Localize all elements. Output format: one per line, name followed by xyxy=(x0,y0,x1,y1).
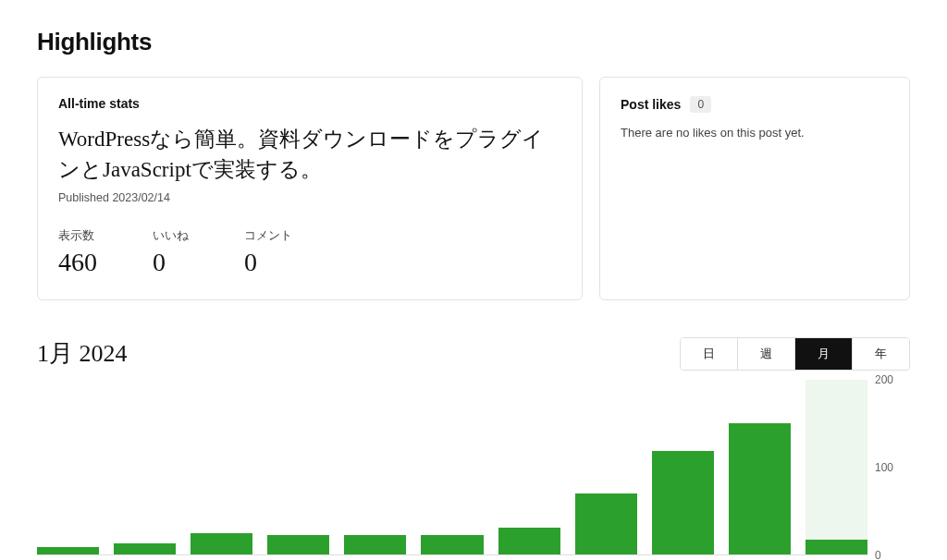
range-tabs: 日 週 月 年 xyxy=(680,337,910,371)
chart-bar[interactable] xyxy=(191,380,252,554)
chart-y-axis: 0100200 xyxy=(867,380,910,555)
chart-bar[interactable] xyxy=(37,380,99,554)
stat-likes: いいね 0 xyxy=(153,228,189,277)
comments-label: コメント xyxy=(244,228,292,244)
chart-bar[interactable] xyxy=(344,380,406,554)
alltime-stats-card: All-time stats WordPressなら簡単。資料ダウンロードをプラ… xyxy=(37,77,583,300)
likes-value: 0 xyxy=(153,248,189,277)
comments-value: 0 xyxy=(244,248,292,277)
views-label: 表示数 xyxy=(58,228,97,244)
highlight-cards-row: All-time stats WordPressなら簡単。資料ダウンロードをプラ… xyxy=(37,77,910,300)
tab-day[interactable]: 日 xyxy=(681,338,737,370)
chart-bar[interactable] xyxy=(498,380,560,554)
chart-bar[interactable] xyxy=(575,380,637,554)
chart-header: 1月 2024 日 週 月 年 xyxy=(37,337,910,371)
chart: 0100200 xyxy=(37,380,910,555)
stat-comments: コメント 0 xyxy=(244,228,292,277)
published-date: 2023/02/14 xyxy=(112,191,170,204)
chart-y-tick: 0 xyxy=(875,549,881,560)
published-prefix: Published xyxy=(58,191,112,204)
post-likes-count-badge: 0 xyxy=(690,96,711,113)
post-title: WordPressなら簡単。資料ダウンロードをプラグインとJavaScriptで… xyxy=(58,124,561,186)
alltime-heading: All-time stats xyxy=(58,96,561,111)
chart-bar[interactable] xyxy=(114,380,176,554)
published-line: Published 2023/02/14 xyxy=(58,191,561,204)
tab-week[interactable]: 週 xyxy=(737,338,794,370)
stat-views: 表示数 460 xyxy=(58,228,97,277)
post-likes-heading: Post likes xyxy=(621,97,681,112)
tab-month[interactable]: 月 xyxy=(794,338,852,370)
chart-bar[interactable] xyxy=(421,380,483,554)
chart-bar[interactable] xyxy=(267,380,329,554)
post-likes-card: Post likes 0 There are no likes on this … xyxy=(599,77,910,300)
chart-area xyxy=(37,380,867,555)
chart-title: 1月 2024 xyxy=(37,337,128,370)
page-title: Highlights xyxy=(37,28,910,56)
stats-row: 表示数 460 いいね 0 コメント 0 xyxy=(58,228,561,277)
post-likes-empty-text: There are no likes on this post yet. xyxy=(621,126,889,140)
chart-bar[interactable] xyxy=(652,380,714,554)
chart-bar[interactable] xyxy=(729,380,791,554)
chart-bar[interactable] xyxy=(806,380,867,554)
chart-y-tick: 200 xyxy=(875,373,893,386)
views-value: 460 xyxy=(58,248,97,277)
likes-label: いいね xyxy=(153,228,189,244)
chart-y-tick: 100 xyxy=(875,461,893,474)
tab-year[interactable]: 年 xyxy=(852,338,909,370)
post-likes-heading-row: Post likes 0 xyxy=(621,96,889,113)
